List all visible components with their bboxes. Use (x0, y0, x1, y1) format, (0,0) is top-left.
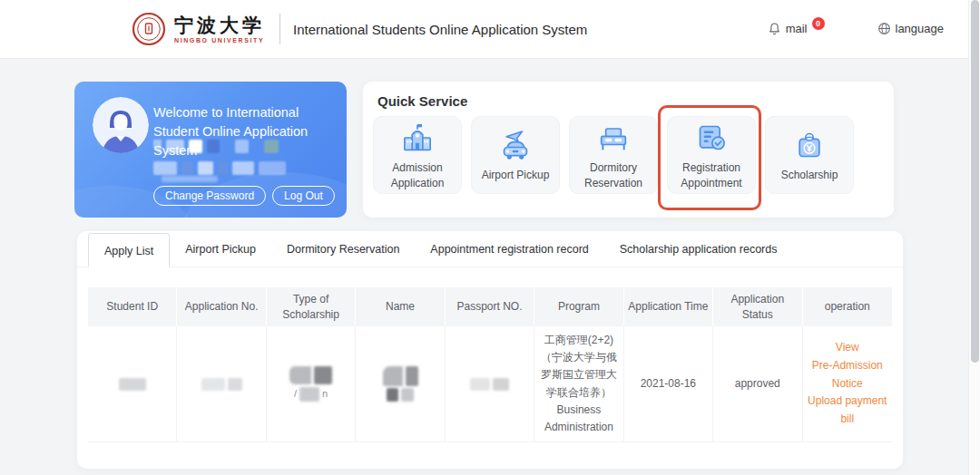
vertical-scrollbar (968, 0, 980, 475)
tab-appointment-registration-record[interactable]: Appointment registration record (415, 232, 603, 267)
school-building-icon (398, 119, 436, 157)
tile-label: Airport Pickup (478, 168, 554, 183)
bell-icon (768, 22, 781, 36)
tab-airport-pickup[interactable]: Airport Pickup (170, 232, 271, 267)
tile-label: Dormitory Reservation (570, 160, 657, 192)
apply-list-table: Student ID Application No. Type of Schol… (88, 287, 892, 442)
apply-list-table-wrap: Student ID Application No. Type of Schol… (88, 287, 892, 442)
col-operation: operation (803, 287, 893, 326)
page: 宁波大学 NINGBO UNIVERSITY International Stu… (0, 0, 980, 475)
cell-application-time: 2021-08-16 (624, 326, 713, 442)
tile-admission-application[interactable]: Admission Application (373, 116, 462, 194)
university-name-en: NINGBO UNIVERSITY (174, 37, 265, 44)
col-type-of-scholarship: Type of Scholarship (267, 287, 356, 326)
university-seal-icon (132, 12, 166, 46)
cell-type-of-scholarship: / n (267, 326, 356, 442)
tile-airport-pickup[interactable]: Airport Pickup (471, 116, 560, 194)
welcome-card: Welcome to International Student Online … (74, 82, 347, 218)
mail-badge: 0 (812, 17, 825, 30)
log-out-button[interactable]: Log Out (272, 186, 335, 206)
cell-passport-no (446, 326, 534, 442)
mail-button[interactable]: mail 0 (768, 22, 825, 36)
redacted-user-info-line3 (162, 176, 218, 182)
university-name: 宁波大学 NINGBO UNIVERSITY (174, 15, 265, 44)
tile-label: Registration Appointment (668, 160, 755, 192)
header: 宁波大学 NINGBO UNIVERSITY International Stu… (0, 0, 980, 59)
money-purse-icon (790, 126, 828, 164)
table-header-row: Student ID Application No. Type of Schol… (88, 287, 892, 326)
globe-icon (877, 22, 891, 35)
university-name-cn: 宁波大学 (174, 15, 265, 34)
cell-application-no (177, 326, 266, 442)
partial-text: n (322, 386, 328, 402)
welcome-buttons: Change Password Log Out (153, 186, 335, 206)
header-divider (279, 14, 280, 44)
mail-label: mail (786, 22, 808, 36)
user-avatar (93, 97, 149, 153)
tab-bar: Apply List Airport Pickup Dormitory Rese… (77, 231, 903, 267)
cell-program: 工商管理(2+2)（宁波大学与俄罗斯国立管理大学联合培养） Business A… (534, 326, 623, 442)
view-link[interactable]: View (808, 339, 888, 357)
quick-service-title: Quick Service (377, 93, 879, 109)
tab-scholarship-application-records[interactable]: Scholarship application records (604, 232, 793, 267)
university-logo: 宁波大学 NINGBO UNIVERSITY (132, 12, 265, 46)
quick-service-card: Quick Service Admissio (363, 82, 894, 218)
records-card: Apply List Airport Pickup Dormitory Rese… (77, 231, 903, 469)
tab-dormitory-reservation[interactable]: Dormitory Reservation (271, 232, 415, 267)
col-passport-no: Passport NO. (446, 287, 534, 326)
redacted-user-info-line1 (153, 140, 279, 153)
language-button[interactable]: language (877, 22, 945, 36)
language-label: language (896, 22, 945, 36)
tile-scholarship[interactable]: Scholarship (765, 116, 854, 194)
col-application-no: Application No. (177, 287, 266, 326)
quick-service-tiles: Admission Application Airport Pickup (373, 116, 854, 194)
col-name: Name (356, 287, 445, 326)
document-check-icon (692, 119, 730, 157)
col-student-id: Student ID (88, 287, 177, 326)
pre-admission-notice-link[interactable]: Pre-Admission Notice (808, 357, 888, 393)
cell-name (356, 326, 445, 442)
table-row: / n (88, 326, 892, 442)
upload-payment-bill-link[interactable]: Upload payment bill (808, 393, 888, 429)
tile-label: Scholarship (778, 168, 842, 183)
tile-dormitory-reservation[interactable]: Dormitory Reservation (569, 116, 658, 194)
col-application-time: Application Time (624, 287, 713, 326)
redacted-user-info-line2 (153, 161, 286, 175)
tile-registration-appointment[interactable]: Registration Appointment (667, 116, 756, 194)
tab-apply-list[interactable]: Apply List (88, 233, 170, 267)
system-title: International Students Online Applicatio… (293, 22, 587, 37)
tile-label: Admission Application (374, 160, 461, 192)
change-password-button[interactable]: Change Password (153, 186, 266, 206)
bed-icon (594, 119, 632, 157)
col-application-status: Application Status (713, 287, 802, 326)
cell-operation: View Pre-Admission Notice Upload payment… (803, 326, 893, 442)
cell-application-status: approved (713, 326, 802, 442)
header-actions: mail 0 language (768, 22, 944, 36)
partial-text: / (294, 386, 297, 402)
car-plane-icon (496, 126, 534, 164)
cell-student-id (88, 326, 177, 442)
col-program: Program (534, 287, 623, 326)
scrollbar-thumb[interactable] (971, 0, 979, 363)
